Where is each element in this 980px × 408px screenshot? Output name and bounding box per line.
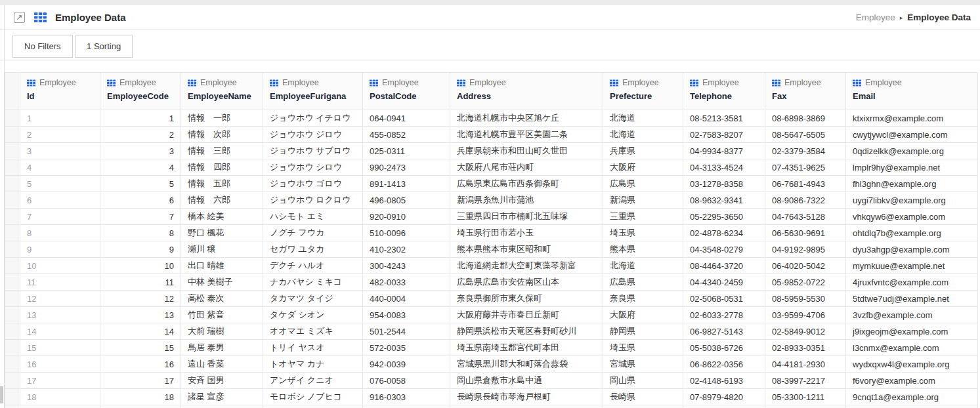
table-grid-icon[interactable] — [34, 12, 47, 22]
cell-address: 大阪府八尾市荘内町 — [450, 159, 603, 176]
cell-id: 12 — [20, 291, 100, 307]
cell-employeecode: 9 — [100, 241, 181, 258]
cell-id — [20, 405, 100, 408]
column-header-email[interactable]: EmployeeEmail — [846, 73, 978, 110]
grid-gap — [0, 60, 980, 72]
cell-employeecode: 2 — [100, 127, 181, 143]
gutter-cell — [5, 225, 20, 241]
cell-email: 4jruxfvntc@example.com — [846, 274, 978, 291]
cell-postalcode: 410-2302 — [363, 241, 450, 258]
cell-prefecture: 埼玉県 — [603, 340, 683, 356]
table-row[interactable]: 1818諸星 宣彦モロボシ ノブヒコ916-0303長崎県長崎市琴海戸根町長崎県… — [5, 389, 978, 405]
left-scrollbar-thumb[interactable] — [0, 386, 3, 403]
table-row[interactable]: 1414大前 瑞樹オオマエ ミズキ501-2544静岡県浜松市天竜区春野町砂川静… — [5, 323, 978, 340]
column-group-label: Employee — [702, 78, 739, 87]
gutter-cell — [5, 127, 20, 143]
column-header-postalcode[interactable]: EmployeePostalCode — [363, 73, 450, 110]
cell-address: 静岡県浜松市天竜区春野町砂川 — [450, 323, 603, 340]
cell-email: ktxixrmx@example.com — [846, 110, 978, 127]
cell-telephone: 03-1278-8358 — [683, 176, 765, 192]
cell-prefecture: 北海道 — [603, 258, 683, 274]
cell-employeecode: 1 — [100, 110, 181, 127]
column-header-prefecture[interactable]: EmployeePrefecture — [603, 73, 683, 110]
column-header-telephone[interactable]: EmployeeTelephone — [683, 73, 765, 110]
cell-prefecture: 新潟県 — [603, 192, 683, 209]
cell-email: wydxqxw4l@example.org — [846, 356, 978, 373]
cell-employeecode — [100, 405, 181, 408]
cell-postalcode: 916-0303 — [363, 389, 450, 405]
cell-prefecture: 北海道 — [603, 110, 683, 127]
cell-telephone: 05-2295-3650 — [683, 209, 765, 225]
cell-telephone: 08-5213-3581 — [683, 110, 765, 127]
column-header-employeename[interactable]: EmployeeEmployeeName — [181, 73, 263, 110]
table-row[interactable]: 77橋本 絵美ハシモト エミ920-0910三重県四日市市楠町北五味塚三重県05… — [5, 209, 978, 225]
table-row[interactable]: 33情報 三郎ジョウホウ サブロウ025-0311兵庫県朝来市和田山町久世田兵庫… — [5, 143, 978, 159]
cell-email: 5tdtwe7udj@example.net — [846, 291, 978, 307]
table-row[interactable]: 1616遠山 香菜トオヤマ カナ942-0039宮城県黒川郡大和町落合蒜袋宮城県… — [5, 356, 978, 373]
cell-postalcode: 954-0083 — [363, 307, 450, 323]
cell-telephone: 04-9934-8377 — [683, 143, 765, 159]
table-row[interactable]: 55情報 五郎ジョウホウ ゴロウ891-1413広島県東広島市西条御条町広島県0… — [5, 176, 978, 192]
table-row[interactable]: 88野口 楓花ノグチ フウカ510-0096埼玉県行田市若小玉埼玉県02-487… — [5, 225, 978, 241]
table-row[interactable]: 1111中林 美樹子ナカバヤシ ミキコ482-0033広島県広島市安佐南区山本広… — [5, 274, 978, 291]
cell-address: 広島県東広島市西条御条町 — [450, 176, 603, 192]
open-in-new-window-icon[interactable] — [14, 12, 25, 23]
cell-employeefurigana: トリイ ヤスオ — [263, 340, 363, 356]
table-row[interactable]: 11情報 一郎ジョウホウ イチロウ064-0941北海道札幌市中央区旭ケ丘北海道… — [5, 110, 978, 127]
cell-prefecture: 宮城県 — [603, 356, 683, 373]
table-row[interactable]: 1212高松 泰次タカマツ タイジ440-0004奈良県御所市東久保町奈良県02… — [5, 291, 978, 307]
cell-prefecture: 広島県 — [603, 274, 683, 291]
cell-employeefurigana: ジョウホウ ゴロウ — [263, 176, 363, 192]
table-row[interactable]: 1010出口 晴雄デクチ ハルオ300-4243北海道網走郡大空町東藻琴新富北海… — [5, 258, 978, 274]
cell-employeename: 大前 瑞樹 — [181, 323, 263, 340]
page-title: Employee Data — [55, 12, 126, 23]
tab-sorting[interactable]: 1 Sorting — [75, 35, 133, 58]
cell-employeename: 情報 一郎 — [181, 110, 263, 127]
cell-postalcode: 942-0039 — [363, 356, 450, 373]
cell-postalcode: 482-0033 — [363, 274, 450, 291]
cell-postalcode: 025-0311 — [363, 143, 450, 159]
cell-fax — [765, 405, 846, 408]
column-header-address[interactable]: EmployeeAddress — [450, 73, 603, 110]
cell-fax: 03-9599-4706 — [765, 307, 846, 323]
tab-filters[interactable]: No Filters — [12, 35, 73, 58]
cell-fax: 08-5647-6505 — [765, 127, 846, 143]
cell-address — [450, 405, 603, 408]
table-row[interactable] — [5, 405, 978, 408]
cell-email — [846, 405, 978, 408]
gutter-cell — [5, 291, 20, 307]
table-row[interactable]: 99瀬川 穣セガワ ユタカ410-2302熊本県熊本市東区昭和町熊本県04-35… — [5, 241, 978, 258]
breadcrumb-parent-link[interactable]: Employee — [856, 12, 895, 22]
cell-telephone: 02-4148-6193 — [683, 373, 765, 389]
table-row[interactable]: 22情報 次郎ジョウホウ ジロウ455-0852北海道札幌市豊平区美園二条北海道… — [5, 127, 978, 143]
column-header-employeefurigana[interactable]: EmployeeEmployeeFurigana — [263, 73, 363, 110]
table-row[interactable]: 66情報 六郎ジョウホウ ロクロウ496-0805新潟県糸魚川市蒲池新潟県08-… — [5, 192, 978, 209]
table-row[interactable]: 1717安斉 国男アンザイ クニオ076-0058岡山県倉敷市水島中通岡山県02… — [5, 373, 978, 389]
cell-telephone: 07-8979-4820 — [683, 389, 765, 405]
cell-postalcode: 891-1413 — [363, 176, 450, 192]
cell-employeefurigana: ジョウホウ ジロウ — [263, 127, 363, 143]
column-header-fax[interactable]: EmployeeFax — [765, 73, 846, 110]
cell-employeefurigana: ハシモト エミ — [263, 209, 363, 225]
gutter-cell — [5, 110, 20, 127]
cell-employeecode: 7 — [100, 209, 181, 225]
cell-telephone: 08-9632-9341 — [683, 192, 765, 209]
cell-email: 0qdizelkk@example.org — [846, 143, 978, 159]
column-header-id[interactable]: EmployeeId — [20, 73, 100, 110]
title-bar: Employee Data Employee ▸ Employee Data — [0, 5, 980, 30]
cell-telephone: 05-5038-6726 — [683, 340, 765, 356]
cell-postalcode: 455-0852 — [363, 127, 450, 143]
cell-employeename: 瀬川 穣 — [181, 241, 263, 258]
cell-id: 18 — [20, 389, 100, 405]
table-row[interactable]: 1515鳥居 泰男トリイ ヤスオ572-0035埼玉県南埼玉郡宮代町本田埼玉県0… — [5, 340, 978, 356]
column-header-employeecode[interactable]: EmployeeEmployeeCode — [100, 73, 181, 110]
cell-employeecode: 4 — [100, 159, 181, 176]
table-row[interactable]: 1313竹田 紫音タケダ シオン954-0083大阪府藤井寺市春日丘新町大阪府0… — [5, 307, 978, 323]
cell-employeename: 橋本 絵美 — [181, 209, 263, 225]
cell-postalcode: 064-0941 — [363, 110, 450, 127]
cell-fax: 06-4020-5042 — [765, 258, 846, 274]
cell-address: 岡山県倉敷市水島中通 — [450, 373, 603, 389]
gutter-cell — [5, 209, 20, 225]
table-row[interactable]: 44情報 四郎ジョウホウ シロウ990-2473大阪府八尾市荘内町大阪府04-3… — [5, 159, 978, 176]
gutter-cell — [5, 389, 20, 405]
